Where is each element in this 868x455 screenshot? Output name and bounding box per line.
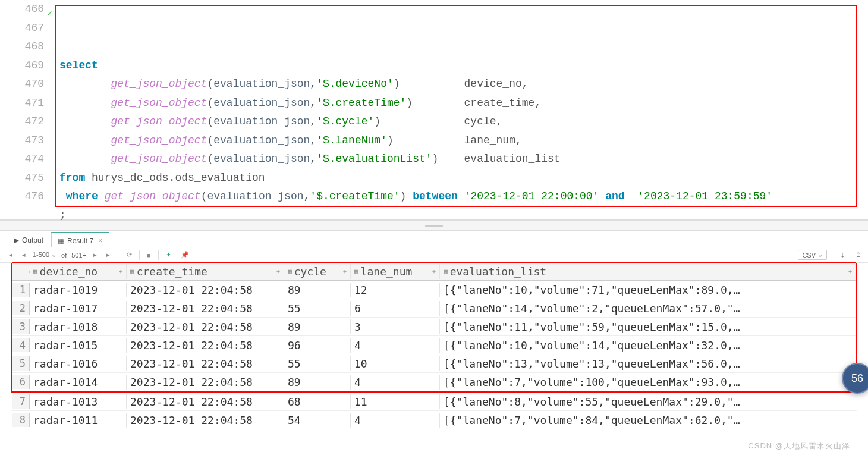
cell-device-no[interactable]: radar-1015 — [30, 338, 127, 353]
cell-cycle[interactable]: 68 — [284, 394, 351, 409]
splitter-handle[interactable] — [0, 220, 868, 231]
code-line[interactable] — [59, 244, 868, 263]
column-header-create-time[interactable]: ▦create_time÷ — [127, 264, 284, 279]
row-number: 5 — [12, 356, 30, 371]
cell-device-no[interactable]: radar-1013 — [30, 394, 127, 409]
cell-cycle[interactable]: 55 — [284, 301, 351, 316]
table-row[interactable]: 2radar-10172023-12-01 22:04:58556[{"lane… — [12, 299, 856, 318]
table-row[interactable]: 4radar-10152023-12-01 22:04:58964[{"lane… — [12, 336, 856, 354]
cell-lane-num[interactable]: 11 — [351, 394, 440, 409]
code-line[interactable]: from hurys_dc_ods.ods_evaluation — [59, 169, 868, 188]
line-number-gutter: 466✓467468469470471472473474475476 — [0, 0, 55, 219]
line-number: 474 — [0, 150, 44, 169]
cell-evaluation-list[interactable]: [{"laneNo":8,"volume":55,"queueLenMax":2… — [440, 394, 856, 409]
cell-device-no[interactable]: radar-1011 — [30, 413, 127, 428]
table-row[interactable]: 8radar-10112023-12-01 22:04:58544[{"lane… — [11, 411, 857, 429]
code-line[interactable]: get_json_object(evaluation_json,'$.creat… — [59, 94, 868, 113]
cell-device-no[interactable]: radar-1018 — [30, 319, 127, 334]
code-line[interactable]: where get_json_object(evaluation_json,'$… — [59, 187, 868, 206]
cell-evaluation-list[interactable]: [{"laneNo":7,"volume":84,"queueLenMax":6… — [440, 413, 856, 428]
cell-cycle[interactable]: 89 — [284, 319, 351, 334]
results-grid-highlighted: ▦device_no÷ ▦create_time÷ ▦cycle÷ ▦lane_… — [11, 263, 857, 393]
code-line[interactable]: get_json_object(evaluation_json,'$.laneN… — [59, 131, 868, 150]
tab-output[interactable]: ▶ Output — [7, 233, 50, 247]
row-number: 2 — [12, 301, 30, 315]
row-number-header — [12, 271, 30, 273]
tab-result-label: Result 7 — [67, 237, 93, 245]
close-icon[interactable]: × — [98, 236, 103, 245]
code-line[interactable]: get_json_object(evaluation_json,'$.evalu… — [59, 150, 868, 169]
row-number: 1 — [12, 283, 30, 297]
line-number: 467 — [0, 19, 44, 38]
cell-cycle[interactable]: 89 — [284, 283, 351, 297]
tab-output-label: Output — [22, 236, 43, 244]
cell-create-time[interactable]: 2023-12-01 22:04:58 — [127, 375, 284, 390]
cell-cycle[interactable]: 55 — [284, 356, 351, 371]
row-number: 3 — [12, 319, 30, 334]
table-row[interactable]: 7radar-10132023-12-01 22:04:586811[{"lan… — [11, 393, 857, 411]
line-number: 475 — [0, 169, 44, 188]
line-number: 471 — [0, 94, 44, 113]
cell-lane-num[interactable]: 3 — [351, 319, 440, 334]
float-badge[interactable]: 56 — [842, 363, 868, 394]
column-header-lane-num[interactable]: ▦lane_num÷ — [351, 264, 440, 279]
cell-evaluation-list[interactable]: [{"laneNo":7,"volume":100,"queueLenMax":… — [440, 375, 856, 390]
cell-create-time[interactable]: 2023-12-01 22:04:58 — [127, 319, 284, 334]
line-number: 469 — [0, 57, 44, 76]
line-number: 476 — [0, 187, 44, 206]
grid-icon: ▦ — [58, 237, 64, 245]
column-header-evaluation-list[interactable]: ▦evaluation_list÷ — [440, 264, 856, 279]
cell-evaluation-list[interactable]: [{"laneNo":10,"volume":71,"queueLenMax":… — [440, 283, 856, 297]
row-number: 7 — [12, 394, 30, 409]
tab-result[interactable]: ▦ Result 7 × — [51, 232, 109, 247]
code-line[interactable]: get_json_object(evaluation_json,'$.devic… — [59, 75, 868, 94]
cell-evaluation-list[interactable]: [{"laneNo":13,"volume":13,"queueLenMax":… — [440, 356, 856, 371]
cell-device-no[interactable]: radar-1019 — [30, 283, 127, 297]
cell-lane-num[interactable]: 4 — [351, 413, 440, 428]
page-range: 1-500 ⌄ — [33, 251, 56, 259]
column-header-device-no[interactable]: ▦device_no÷ — [30, 264, 127, 279]
prev-page-button[interactable]: ◂ — [20, 250, 28, 260]
cell-create-time[interactable]: 2023-12-01 22:04:58 — [127, 338, 284, 353]
cell-lane-num[interactable]: 10 — [351, 356, 440, 371]
row-number: 6 — [12, 375, 30, 389]
cell-create-time[interactable]: 2023-12-01 22:04:58 — [127, 356, 284, 371]
cell-device-no[interactable]: radar-1017 — [30, 301, 127, 316]
line-number: 466✓ — [0, 0, 44, 19]
cell-cycle[interactable]: 89 — [284, 375, 351, 390]
cell-create-time[interactable]: 2023-12-01 22:04:58 — [127, 394, 284, 409]
line-number: 472 — [0, 112, 44, 131]
table-row[interactable]: 3radar-10182023-12-01 22:04:58893[{"lane… — [12, 318, 856, 336]
grid-header-row: ▦device_no÷ ▦create_time÷ ▦cycle÷ ▦lane_… — [12, 263, 856, 281]
cell-cycle[interactable]: 54 — [284, 413, 351, 428]
cell-evaluation-list[interactable]: [{"laneNo":11,"volume":59,"queueLenMax":… — [440, 319, 856, 334]
row-number: 4 — [12, 338, 30, 352]
cell-evaluation-list[interactable]: [{"laneNo":14,"volume":2,"queueLenMax":5… — [440, 301, 856, 316]
code-line[interactable]: select — [59, 57, 868, 76]
table-row[interactable]: 6radar-10142023-12-01 22:04:58894[{"lane… — [12, 373, 856, 391]
cell-lane-num[interactable]: 12 — [351, 283, 440, 297]
sql-editor[interactable]: 466✓467468469470471472473474475476 selec… — [0, 0, 868, 220]
cell-cycle[interactable]: 96 — [284, 338, 351, 353]
output-icon: ▶ — [14, 236, 19, 244]
code-line[interactable]: get_json_object(evaluation_json,'$.cycle… — [59, 112, 868, 131]
line-number: 473 — [0, 131, 44, 150]
cell-lane-num[interactable]: 4 — [351, 338, 440, 353]
line-number: 468 — [0, 37, 44, 57]
cell-device-no[interactable]: radar-1016 — [30, 356, 127, 371]
column-header-cycle[interactable]: ▦cycle÷ — [284, 264, 351, 279]
table-row[interactable]: 5radar-10162023-12-01 22:04:585510[{"lan… — [12, 354, 856, 373]
cell-lane-num[interactable]: 6 — [351, 301, 440, 316]
code-content[interactable]: select get_json_object(evaluation_json,'… — [55, 0, 868, 219]
line-number: 470 — [0, 75, 44, 94]
cell-device-no[interactable]: radar-1014 — [30, 375, 127, 390]
cell-create-time[interactable]: 2023-12-01 22:04:58 — [127, 413, 284, 428]
first-page-button[interactable]: |◂ — [5, 250, 15, 260]
cell-create-time[interactable]: 2023-12-01 22:04:58 — [127, 283, 284, 297]
checkmark-icon: ✓ — [48, 5, 52, 24]
table-row[interactable]: 1radar-10192023-12-01 22:04:588912[{"lan… — [12, 281, 856, 299]
cell-create-time[interactable]: 2023-12-01 22:04:58 — [127, 301, 284, 316]
cell-lane-num[interactable]: 4 — [351, 375, 440, 390]
cell-evaluation-list[interactable]: [{"laneNo":10,"volume":14,"queueLenMax":… — [440, 338, 856, 353]
watermark: CSDN @天地风雷水火山泽 — [748, 441, 850, 451]
